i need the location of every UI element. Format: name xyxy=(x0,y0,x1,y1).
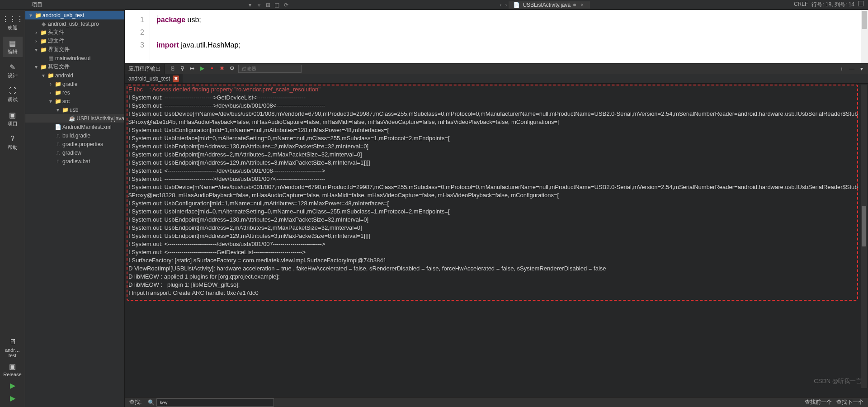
mode-design[interactable]: ✎设计 xyxy=(3,61,23,81)
tree-node[interactable]: ⎍gradlew xyxy=(25,148,124,157)
folder-h-icon: 📁 xyxy=(40,29,47,36)
tree-node[interactable]: ▾📁界面文件 xyxy=(25,45,124,54)
tree-node[interactable]: ◆android_usb_test.pro xyxy=(25,19,124,28)
annotation-box xyxy=(127,85,858,301)
gradle-icon: ⎍ xyxy=(54,141,61,147)
run-button[interactable]: ▶ xyxy=(3,379,23,392)
filter-icon[interactable]: ▾ xyxy=(246,1,254,9)
expand-icon[interactable]: ⊞ xyxy=(264,1,272,9)
tree-node[interactable]: ▦mainwindow.ui xyxy=(25,54,124,62)
disclosure-icon[interactable]: › xyxy=(33,38,39,44)
search-input[interactable] xyxy=(156,398,274,407)
tree-node-label: src xyxy=(62,98,70,104)
disclosure-icon[interactable]: › xyxy=(33,29,39,36)
tree-node-label: gradlew.bat xyxy=(62,158,90,165)
add-panel-icon[interactable]: ＋ xyxy=(838,65,845,72)
code-line[interactable]: package usb; xyxy=(156,14,241,26)
tree-node[interactable]: 📄AndroidManifest.xml xyxy=(25,123,124,131)
project-tree[interactable]: ▾📁android_usb_test◆android_usb_test.pro›… xyxy=(25,10,125,407)
close-output-tab-icon[interactable]: ✖ xyxy=(173,76,179,82)
tree-node[interactable]: ▾📁src xyxy=(25,97,124,105)
nav-fwd-icon[interactable]: › xyxy=(503,2,509,8)
tree-node-label: android xyxy=(55,72,73,79)
xml-icon: 📄 xyxy=(54,124,61,130)
mode-debug[interactable]: ⛶调试 xyxy=(3,85,23,105)
folder-h-icon: 📁 xyxy=(40,47,47,53)
tree-node[interactable]: ▾📁android_usb_test xyxy=(25,11,124,19)
disclosure-icon[interactable]: › xyxy=(48,81,53,87)
profile-icon: ◆ xyxy=(40,21,47,27)
nav-back-icon[interactable]: ‹ xyxy=(498,2,503,8)
tree-node-label: mainwindow.ui xyxy=(55,55,90,62)
tree-node[interactable]: ⎍build.gradle xyxy=(25,131,124,140)
mode-projects[interactable]: ▣项目 xyxy=(3,109,23,129)
attach-icon[interactable]: ⎘ xyxy=(169,65,176,72)
rerun-icon[interactable]: ▶ xyxy=(198,65,206,72)
edit-icon: ▤ xyxy=(8,38,17,47)
output-scroll-thumb[interactable] xyxy=(862,206,866,246)
mode-edit[interactable]: ▤编辑 xyxy=(3,37,23,57)
editor-tab[interactable]: 📄 USBListActivity.java × xyxy=(509,1,590,9)
cursor-position: 行号: 18, 列号: 14 xyxy=(811,1,854,9)
gradle-icon: ⎍ xyxy=(54,158,61,165)
line-number: 1 xyxy=(125,14,144,26)
run-debug-button[interactable]: ▶ xyxy=(3,392,23,404)
editor-scrollbar[interactable] xyxy=(861,10,868,63)
output-scrollbar[interactable] xyxy=(861,85,867,388)
kit-selector[interactable]: 🖥andr…test xyxy=(3,336,23,360)
settings-icon[interactable]: ⚙ xyxy=(228,65,236,72)
disclosure-icon[interactable]: ▾ xyxy=(28,12,33,19)
tree-node[interactable]: ▾📁其它文件 xyxy=(25,62,124,71)
mode-welcome[interactable]: ⋮⋮⋮欢迎 xyxy=(3,13,23,33)
tree-node-label: android_usb_test.pro xyxy=(48,21,99,27)
folder-icon: 📁 xyxy=(47,72,54,79)
tree-node-label: gradle.properties xyxy=(62,141,103,147)
tree-node-label: 源文件 xyxy=(48,37,64,45)
pencil-icon: ✎ xyxy=(8,62,17,71)
output-filter-input[interactable] xyxy=(238,65,302,73)
pin-icon[interactable]: ⚲ xyxy=(179,65,186,72)
crlf-indicator[interactable]: CRLF xyxy=(794,1,808,9)
disclosure-icon[interactable]: ▾ xyxy=(33,47,39,53)
sync-icon[interactable]: ⟳ xyxy=(283,1,290,9)
disclosure-icon[interactable]: ▾ xyxy=(48,98,53,104)
stop-icon[interactable] xyxy=(208,65,216,72)
tree-node[interactable]: ⎍gradle.properties xyxy=(25,140,124,148)
minimize-panel-icon[interactable]: — xyxy=(848,65,855,72)
line-number: 3 xyxy=(125,39,144,52)
code-editor[interactable]: 123 package usb;import java.util.HashMap… xyxy=(125,10,868,63)
tree-node[interactable]: ›📁res xyxy=(25,88,124,97)
code-line[interactable]: import java.util.HashMap; xyxy=(156,39,241,52)
step-icon[interactable]: ↦ xyxy=(189,65,196,72)
output-panel-header: 应用程序输出 ⎘ ⚲ ↦ ▶ ✖ ⚙ ＋ — ▾ xyxy=(125,64,868,74)
search-next-button[interactable]: 查找下一个 xyxy=(836,398,863,406)
tree-node[interactable]: ›📁头文件 xyxy=(25,28,124,37)
split-icon[interactable]: ◫ xyxy=(274,1,281,9)
disclosure-icon[interactable]: › xyxy=(48,90,53,96)
tree-node[interactable]: ☕USBListActivity.java xyxy=(25,114,124,123)
search-prev-button[interactable]: 查找前一个 xyxy=(805,398,832,406)
disclosure-icon[interactable]: ▾ xyxy=(41,72,46,79)
output-tab[interactable]: android_usb_test ✖ xyxy=(125,74,183,83)
code-line[interactable] xyxy=(156,26,241,39)
mode-help[interactable]: ?帮助 xyxy=(3,133,23,153)
filter2-icon[interactable]: ▿ xyxy=(255,1,263,9)
encoding-icon[interactable] xyxy=(858,1,863,6)
tree-node[interactable]: ▾📁android xyxy=(25,71,124,80)
close-tab-icon[interactable]: × xyxy=(579,2,585,8)
tree-node[interactable]: ⎍gradlew.bat xyxy=(25,157,124,166)
output-panel-title[interactable]: 应用程序输出 xyxy=(125,64,165,74)
tree-node[interactable]: ▾📁usb xyxy=(25,105,124,114)
tree-node[interactable]: ›📁gradle xyxy=(25,80,124,88)
code-lines[interactable]: package usb;import java.util.HashMap; xyxy=(150,10,241,63)
scrollbar-thumb[interactable] xyxy=(862,11,867,29)
menu-panel-icon[interactable]: ▾ xyxy=(858,65,865,72)
tree-node[interactable]: ›📁源文件 xyxy=(25,37,124,45)
disclosure-icon[interactable]: ▾ xyxy=(55,107,61,113)
folder-h-icon: 📁 xyxy=(40,38,47,44)
line-gutter: 123 xyxy=(125,10,150,63)
disclosure-icon[interactable]: ▾ xyxy=(33,64,39,70)
build-config[interactable]: ▣Release xyxy=(3,360,23,379)
abort-icon[interactable]: ✖ xyxy=(218,65,226,72)
output-view[interactable]: E libc : Access denied finding property … xyxy=(125,84,868,397)
